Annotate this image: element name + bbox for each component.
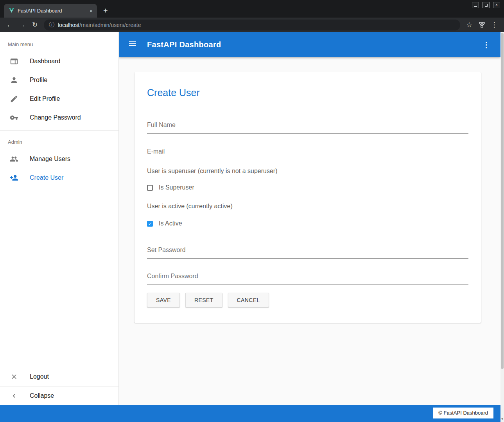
active-check-row: Is Active: [147, 219, 468, 228]
maximize-icon: [485, 4, 488, 7]
menu-toggle-button[interactable]: [128, 40, 137, 49]
browser-tab[interactable]: FastAPI Dashboard ×: [4, 4, 97, 18]
sidebar-item-label: Manage Users: [30, 156, 70, 163]
hamburger-icon: [128, 39, 137, 50]
forward-button[interactable]: →: [16, 20, 28, 30]
sidebar-item-change-password[interactable]: Change Password: [0, 108, 118, 127]
scrollbar[interactable]: ▼: [500, 32, 504, 422]
appbar-title: FastAPI Dashboard: [147, 40, 221, 49]
scrollbar-down-arrow[interactable]: ▼: [500, 417, 504, 422]
url-host: localhost: [58, 22, 79, 28]
sidebar-spacer: [0, 187, 118, 367]
reload-button[interactable]: ↻: [29, 20, 41, 30]
sidebar-item-create-user[interactable]: Create User: [0, 168, 118, 187]
minimize-icon: [474, 6, 477, 7]
check-icon: [148, 221, 152, 226]
person-add-icon: [9, 173, 19, 182]
copyright-text: © FastAPI Dashboard: [433, 408, 493, 418]
appbar-menu-button[interactable]: ⋮: [482, 40, 491, 49]
sidebar-item-edit-profile[interactable]: Edit Profile: [0, 89, 118, 108]
is-active-label: Is Active: [159, 220, 182, 227]
save-button[interactable]: SAVE: [147, 293, 180, 307]
content-area: Create User User is superuser (currently…: [119, 57, 500, 405]
sidebar-item-manage-users[interactable]: Manage Users: [0, 150, 118, 168]
superuser-hint: User is superuser (currently is not a su…: [147, 167, 468, 175]
window-minimize-button[interactable]: [472, 2, 479, 8]
browser-toolbar: ← → ↻ ⓘ localhost/main/admin/users/creat…: [0, 18, 504, 32]
email-input[interactable]: [147, 148, 468, 160]
form-actions: SAVE RESET CANCEL: [147, 293, 468, 307]
reset-button[interactable]: RESET: [185, 293, 222, 307]
sidebar-item-label: Change Password: [30, 114, 81, 121]
is-superuser-checkbox[interactable]: [147, 185, 153, 191]
app-viewport: Main menu Dashboard Profile Edit Profile…: [0, 32, 500, 422]
sidebar-section-admin: Admin: [0, 134, 118, 150]
full-name-input[interactable]: [147, 122, 468, 134]
sidebar-item-label: Edit Profile: [30, 95, 60, 102]
is-superuser-label: Is Superuser: [159, 184, 194, 191]
sidebar-divider: [0, 130, 118, 131]
tab-close-icon[interactable]: ×: [88, 8, 94, 14]
window-controls: ×: [472, 2, 500, 8]
sidebar: Main menu Dashboard Profile Edit Profile…: [0, 32, 119, 405]
sidebar-item-label: Logout: [30, 373, 49, 380]
extensions-icon[interactable]: [476, 20, 488, 30]
sidebar-section-main-menu: Main menu: [0, 32, 118, 52]
window-maximize-button[interactable]: [482, 2, 490, 8]
close-icon: [9, 372, 19, 381]
back-button[interactable]: ←: [4, 20, 16, 30]
chevron-left-icon: [9, 391, 19, 401]
cancel-button[interactable]: CANCEL: [228, 293, 269, 307]
superuser-check-row: Is Superuser: [147, 183, 468, 192]
tab-title: FastAPI Dashboard: [18, 8, 85, 14]
sidebar-item-profile[interactable]: Profile: [0, 71, 118, 89]
active-hint: User is active (currently active): [147, 202, 468, 210]
browser-menu-button[interactable]: ⋮: [488, 20, 500, 30]
key-icon: [9, 113, 19, 122]
browser-titlebar: FastAPI Dashboard × + ×: [0, 0, 504, 18]
footer: © FastAPI Dashboard: [0, 405, 500, 422]
url-text: localhost/main/admin/users/create: [58, 22, 141, 28]
page-title: Create User: [147, 86, 468, 99]
person-icon: [9, 75, 19, 85]
people-icon: [9, 154, 19, 164]
page-info-icon[interactable]: ⓘ: [49, 21, 54, 29]
sidebar-item-label: Profile: [30, 77, 47, 84]
sidebar-item-label: Create User: [30, 174, 63, 181]
confirm-password-input[interactable]: [147, 273, 468, 285]
favicon-icon: [9, 7, 14, 14]
main-area: FastAPI Dashboard ⋮ Create User User is …: [119, 32, 500, 405]
pencil-icon: [9, 94, 19, 104]
sidebar-item-label: Dashboard: [30, 58, 60, 65]
set-password-input[interactable]: [147, 247, 468, 259]
url-path: /main/admin/users/create: [79, 22, 141, 28]
new-tab-button[interactable]: +: [103, 7, 108, 14]
sidebar-item-label: Collapse: [30, 392, 54, 399]
create-user-card: Create User User is superuser (currently…: [135, 72, 481, 323]
appbar: FastAPI Dashboard ⋮: [119, 32, 500, 57]
sidebar-item-dashboard[interactable]: Dashboard: [0, 52, 118, 71]
sidebar-item-logout[interactable]: Logout: [0, 367, 118, 386]
window-close-button[interactable]: ×: [493, 2, 500, 8]
dashboard-icon: [9, 57, 19, 66]
is-active-checkbox[interactable]: [147, 221, 153, 227]
bookmark-star-icon[interactable]: ☆: [463, 20, 475, 30]
sidebar-item-collapse[interactable]: Collapse: [0, 386, 118, 405]
scrollbar-thumb[interactable]: [501, 33, 504, 369]
address-bar[interactable]: ⓘ localhost/main/admin/users/create: [44, 20, 460, 30]
